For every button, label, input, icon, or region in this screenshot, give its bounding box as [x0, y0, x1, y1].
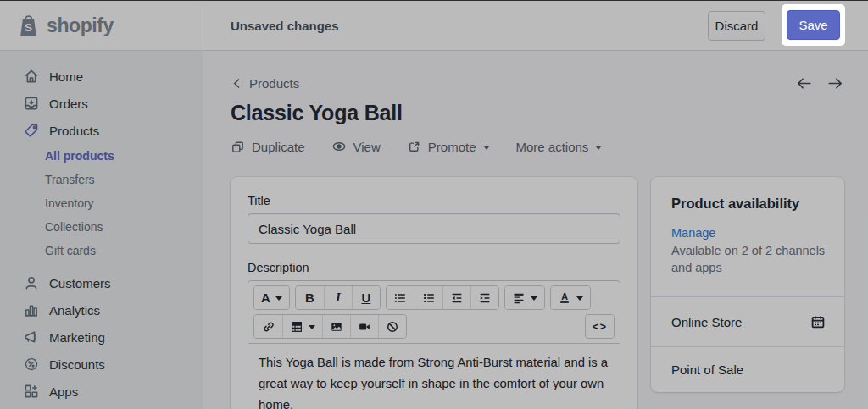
analytics-icon — [23, 301, 40, 318]
next-product-arrow-icon[interactable] — [826, 75, 844, 92]
sidebar-item-analytics[interactable]: Analytics — [0, 296, 203, 323]
marketing-megaphone-icon — [23, 329, 40, 345]
sidebar-item-discounts[interactable]: Discounts — [0, 351, 203, 378]
availability-heading: Product availability — [671, 196, 827, 212]
text-color-icon: A — [558, 291, 571, 305]
sidebar-item-collections[interactable]: Collections — [0, 215, 203, 239]
code-icon: <> — [593, 320, 607, 333]
action-label: Promote — [428, 140, 476, 154]
breadcrumb[interactable]: Products — [231, 76, 299, 91]
bold-icon: B — [305, 290, 314, 305]
sidebar-item-customers[interactable]: Customers — [0, 269, 203, 296]
sidebar-item-label: Analytics — [49, 303, 100, 318]
page-title: Classic Yoga Ball — [231, 101, 844, 125]
title-field-label: Title — [248, 194, 620, 207]
caret-down-icon — [309, 325, 315, 329]
manage-link[interactable]: Manage — [671, 226, 827, 240]
action-label: More actions — [516, 140, 589, 154]
promote-button[interactable]: Promote — [407, 140, 490, 154]
sidebar-item-apps[interactable]: Apps — [0, 378, 203, 405]
table-icon — [290, 320, 303, 334]
shopify-logo[interactable]: S shopify — [0, 1, 203, 50]
channel-row-point-of-sale: Point of Sale — [651, 346, 844, 392]
sidebar-item-label: Marketing — [49, 330, 105, 345]
caret-down-icon — [275, 296, 282, 301]
numbered-list-icon — [422, 291, 436, 305]
outdent-button[interactable] — [442, 286, 470, 309]
duplicate-button[interactable]: Duplicate — [231, 140, 305, 154]
bulleted-list-button[interactable] — [387, 286, 415, 309]
sidebar-item-gift-cards[interactable]: Gift cards — [0, 239, 203, 263]
video-icon — [358, 320, 371, 334]
indent-button[interactable] — [470, 286, 498, 309]
bold-button[interactable]: B — [296, 286, 324, 309]
underline-button[interactable]: U — [352, 286, 380, 309]
sidebar-item-home[interactable]: Home — [0, 63, 203, 90]
apps-icon — [23, 383, 40, 400]
description-text-area[interactable]: This Yoga Ball is made from Strong Anti-… — [248, 344, 620, 409]
insert-table-button[interactable] — [282, 315, 322, 338]
sidebar-item-label: Apps — [49, 384, 78, 399]
sidebar-item-inventory[interactable]: Inventory — [0, 191, 203, 215]
sidebar-item-label: Customers — [49, 276, 111, 290]
indent-icon — [478, 291, 492, 305]
rich-text-toolbar: A B I U — [248, 281, 620, 344]
previous-product-arrow-icon[interactable] — [795, 75, 813, 92]
unsaved-changes-status: Unsaved changes — [231, 19, 339, 33]
discard-button[interactable]: Discard — [708, 11, 765, 41]
show-html-button[interactable]: <> — [586, 315, 614, 338]
italic-button[interactable]: I — [324, 286, 352, 309]
save-button[interactable]: Save — [787, 10, 840, 40]
title-input[interactable] — [248, 213, 620, 244]
chevron-left-icon — [231, 77, 243, 90]
link-icon — [262, 320, 275, 334]
channel-name: Point of Sale — [671, 362, 743, 377]
caret-down-icon — [595, 146, 602, 150]
sidebar-nav: Home Orders Products All products Transf… — [0, 51, 203, 409]
record-pager — [795, 75, 844, 92]
text-color-button[interactable]: A — [551, 286, 590, 309]
sidebar-item-transfers[interactable]: Transfers — [0, 168, 203, 191]
channel-row-online-store: Online Store — [651, 296, 844, 346]
view-button[interactable]: View — [331, 139, 381, 154]
action-label: Duplicate — [252, 140, 305, 154]
products-tag-icon — [23, 122, 40, 139]
more-actions-button[interactable]: More actions — [516, 140, 603, 154]
action-label: View — [353, 140, 381, 154]
insert-video-button[interactable] — [350, 315, 378, 338]
text-style-icon: A — [261, 290, 270, 305]
sidebar-item-all-products[interactable]: All products — [0, 144, 203, 168]
underline-icon: U — [361, 290, 370, 305]
text-style-button[interactable]: A — [254, 286, 289, 309]
insert-image-button[interactable] — [322, 315, 350, 338]
channel-name: Online Store — [671, 315, 742, 329]
alignment-button[interactable] — [505, 286, 544, 309]
bulleted-list-icon — [393, 291, 407, 305]
external-link-icon — [407, 140, 421, 154]
home-icon — [23, 68, 40, 85]
sidebar-item-marketing[interactable]: Marketing — [0, 323, 203, 351]
insert-link-button[interactable] — [254, 315, 282, 338]
breadcrumb-label: Products — [249, 76, 299, 91]
product-availability-card: Product availability Manage Available on… — [651, 177, 844, 392]
sidebar-item-label: Home — [49, 69, 83, 84]
caret-down-icon — [531, 296, 537, 301]
sidebar-item-products[interactable]: Products — [0, 117, 203, 144]
duplicate-icon — [231, 140, 245, 154]
italic-icon: I — [336, 290, 341, 305]
logo-wordmark: shopify — [47, 14, 114, 37]
product-details-card: Title Description A B I — [231, 177, 637, 409]
calendar-icon[interactable] — [810, 314, 826, 329]
image-icon — [330, 320, 343, 334]
sidebar-item-label: Products — [49, 124, 99, 138]
availability-subtitle: Available on 2 of 2 channels and apps — [671, 242, 827, 276]
orders-icon — [23, 95, 40, 112]
sidebar-item-orders[interactable]: Orders — [0, 90, 203, 117]
numbered-list-button[interactable] — [415, 286, 442, 309]
description-editor: A B I U — [248, 280, 620, 409]
sidebar-item-label: Discounts — [49, 357, 105, 372]
description-field-label: Description — [248, 261, 620, 274]
logo-monogram: S — [25, 21, 32, 34]
clear-formatting-button[interactable] — [378, 315, 406, 338]
sidebar-item-label: Orders — [49, 97, 88, 111]
